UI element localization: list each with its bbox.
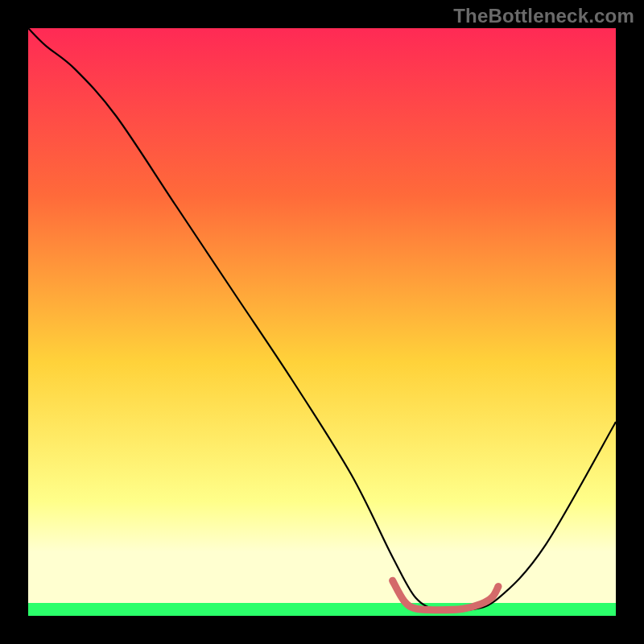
green-band xyxy=(28,603,616,616)
plot-area xyxy=(28,28,616,616)
pale-yellow-band xyxy=(28,585,616,603)
chart-stage: TheBottleneck.com xyxy=(0,0,644,644)
gradient-background xyxy=(28,28,616,585)
watermark-text: TheBottleneck.com xyxy=(453,5,634,27)
bottleneck-chart xyxy=(28,28,616,616)
